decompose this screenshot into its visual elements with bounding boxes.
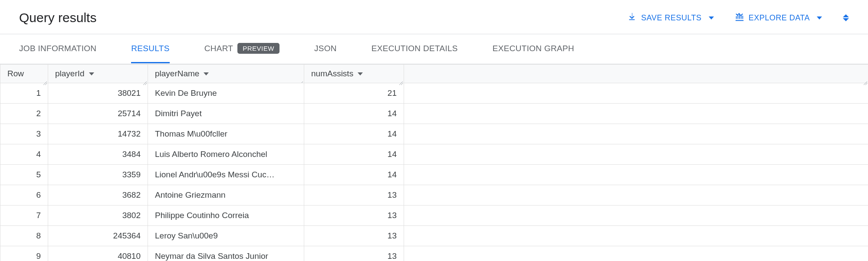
cell-row: 5 [0, 165, 48, 185]
column-header-playername[interactable]: playerName [148, 65, 304, 83]
cell-numassists: 14 [304, 165, 404, 185]
cell-numassists: 13 [304, 185, 404, 206]
cell-playername: Thomas M\u00fcller [148, 124, 304, 144]
results-table-wrapper: Row playerId [0, 64, 868, 261]
preview-badge: PREVIEW [237, 43, 279, 54]
table-row[interactable]: 73802Philippe Coutinho Correia13 [0, 206, 868, 226]
explore-data-label: EXPLORE DATA [749, 13, 810, 23]
column-header-row[interactable]: Row [0, 65, 48, 83]
sort-caret-icon [89, 72, 94, 75]
cell-empty [404, 246, 868, 261]
cell-numassists: 21 [304, 83, 404, 104]
chart-icon [735, 12, 744, 24]
save-results-button[interactable]: SAVE RESULTS [627, 12, 713, 24]
cell-playerid: 3802 [48, 206, 148, 226]
cell-playerid: 38021 [48, 83, 148, 104]
cell-row: 3 [0, 124, 48, 144]
cell-playerid: 40810 [48, 246, 148, 261]
tab-label: EXECUTION DETAILS [372, 44, 458, 53]
svg-line-1 [45, 83, 47, 85]
svg-line-8 [864, 82, 867, 85]
cell-numassists: 14 [304, 104, 404, 124]
cell-empty [404, 226, 868, 246]
resize-handle-icon[interactable] [299, 78, 303, 82]
tab-job-information[interactable]: JOB INFORMATION [19, 35, 96, 63]
tab-execution-graph[interactable]: EXECUTION GRAPH [493, 35, 574, 63]
cell-playername: Lionel Andr\u00e9s Messi Cuc… [148, 165, 304, 185]
svg-line-3 [145, 83, 147, 85]
cell-numassists: 13 [304, 226, 404, 246]
column-label: numAssists [311, 69, 353, 78]
column-label: Row [7, 69, 24, 78]
cell-playerid: 25714 [48, 104, 148, 124]
tab-label: CHART [204, 44, 233, 53]
cell-playername: Philippe Coutinho Correia [148, 206, 304, 226]
cell-row: 6 [0, 185, 48, 206]
cell-numassists: 13 [304, 206, 404, 226]
cell-row: 8 [0, 226, 48, 246]
cell-playerid: 3484 [48, 144, 148, 165]
table-row[interactable]: 63682Antoine Griezmann13 [0, 185, 868, 206]
cell-row: 2 [0, 104, 48, 124]
expand-collapse-toggle[interactable] [843, 14, 849, 21]
table-row[interactable]: 43484Luis Alberto Romero Alconchel14 [0, 144, 868, 165]
svg-line-4 [299, 82, 303, 83]
cell-playername: Neymar da Silva Santos Junior [148, 246, 304, 261]
cell-playername: Luis Alberto Romero Alconchel [148, 144, 304, 165]
sort-caret-icon [358, 72, 363, 75]
cell-playerid: 3359 [48, 165, 148, 185]
tab-results[interactable]: RESULTS [131, 35, 169, 63]
cell-row: 1 [0, 83, 48, 104]
resize-handle-icon[interactable] [142, 78, 147, 82]
chevron-down-icon [843, 18, 849, 21]
download-icon [627, 12, 637, 24]
tab-label: RESULTS [131, 44, 169, 53]
cell-empty [404, 206, 868, 226]
cell-playerid: 3682 [48, 185, 148, 206]
cell-empty [404, 124, 868, 144]
svg-line-0 [43, 82, 47, 85]
cell-row: 4 [0, 144, 48, 165]
column-label: playerId [55, 69, 85, 78]
svg-line-2 [143, 82, 147, 85]
svg-line-6 [399, 82, 403, 85]
cell-playername: Kevin De Bruyne [148, 83, 304, 104]
tab-label: JSON [314, 44, 337, 53]
table-row[interactable]: 225714Dimitri Payet14 [0, 104, 868, 124]
resize-handle-icon[interactable] [863, 78, 867, 82]
cell-playerid: 14732 [48, 124, 148, 144]
column-header-playerid[interactable]: playerId [48, 65, 148, 83]
tab-chart[interactable]: CHART PREVIEW [204, 34, 279, 64]
tab-execution-details[interactable]: EXECUTION DETAILS [372, 35, 458, 63]
explore-data-button[interactable]: EXPLORE DATA [735, 12, 822, 24]
tab-label: JOB INFORMATION [19, 44, 96, 53]
tabs-bar: JOB INFORMATION RESULTS CHART PREVIEW JS… [0, 34, 868, 64]
sort-caret-icon [204, 72, 209, 75]
resize-handle-icon[interactable] [398, 78, 403, 82]
cell-row: 9 [0, 246, 48, 261]
results-table: Row playerId [0, 64, 868, 261]
cell-numassists: 14 [304, 124, 404, 144]
cell-empty [404, 165, 868, 185]
resize-handle-icon[interactable] [43, 78, 47, 82]
table-row[interactable]: 8245364Leroy San\u00e913 [0, 226, 868, 246]
cell-row: 7 [0, 206, 48, 226]
save-results-label: SAVE RESULTS [641, 13, 701, 23]
cell-numassists: 14 [304, 144, 404, 165]
cell-playername: Dimitri Payet [148, 104, 304, 124]
tab-label: EXECUTION GRAPH [493, 44, 574, 53]
table-row[interactable]: 138021Kevin De Bruyne21 [0, 83, 868, 104]
cell-empty [404, 104, 868, 124]
table-row[interactable]: 940810Neymar da Silva Santos Junior13 [0, 246, 868, 261]
table-row[interactable]: 314732Thomas M\u00fcller14 [0, 124, 868, 144]
chevron-up-icon [843, 14, 849, 17]
column-header-numassists[interactable]: numAssists [304, 65, 404, 83]
tab-json[interactable]: JSON [314, 35, 337, 63]
cell-empty [404, 185, 868, 206]
svg-line-9 [865, 83, 867, 85]
cell-playerid: 245364 [48, 226, 148, 246]
column-header-empty [404, 65, 868, 83]
svg-line-7 [401, 83, 403, 85]
table-row[interactable]: 53359Lionel Andr\u00e9s Messi Cuc…14 [0, 165, 868, 185]
cell-empty [404, 83, 868, 104]
